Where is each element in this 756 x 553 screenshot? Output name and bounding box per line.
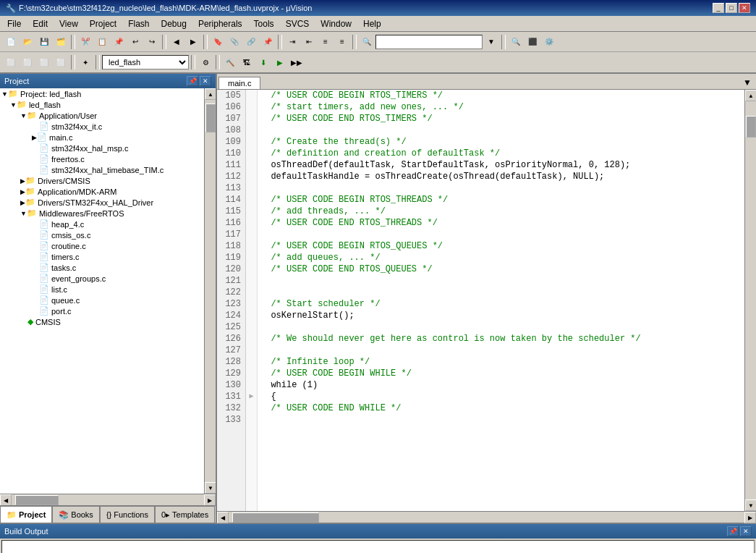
tree-item-appmdkarm[interactable]: ▶ 📁 Application/MDK-ARM — [0, 186, 204, 197]
bookmark4-button[interactable]: 📌 — [260, 34, 276, 50]
code-line[interactable]: defaultTaskHandle = osThreadCreate(osThr… — [260, 171, 742, 182]
panel-close-button[interactable]: ✕ — [200, 76, 211, 86]
code-line[interactable] — [260, 321, 742, 333]
cut-button[interactable]: ✂️ — [77, 34, 93, 50]
tb2-1[interactable]: ⬜ — [3, 54, 19, 70]
menu-help[interactable]: Help — [357, 17, 387, 30]
code-scroll-left[interactable]: ◀ — [217, 512, 229, 523]
new-button[interactable]: 📄 — [3, 34, 19, 50]
code-line[interactable] — [260, 414, 742, 426]
tree-item-timers[interactable]: 📄 timers.c — [0, 251, 204, 262]
menu-project[interactable]: Project — [84, 17, 122, 30]
code-line[interactable]: /* Infinite loop */ — [260, 356, 742, 368]
tab-templates[interactable]: 0▸ Templates — [155, 506, 215, 523]
code-line[interactable]: /* USER CODE BEGIN RTOS_QUEUES */ — [260, 240, 742, 252]
target-options-button[interactable]: ⚙ — [198, 54, 213, 70]
settings-button[interactable]: ⚙️ — [541, 34, 557, 50]
rebuild-button[interactable]: 🏗 — [239, 54, 255, 70]
code-line[interactable]: /* USER CODE END WHILE */ — [260, 402, 742, 414]
code-scroll-track-h[interactable] — [229, 512, 744, 523]
tree-item-file3[interactable]: 📄 stm32f4xx_hal_msp.c — [0, 143, 204, 153]
tree-item-drivercmsis[interactable]: ▶ 📁 Drivers/CMSIS — [0, 175, 204, 186]
code-line[interactable]: { — [260, 391, 742, 402]
indent2-button[interactable]: ≡ — [318, 34, 334, 50]
scroll-up-button[interactable]: ▲ — [205, 88, 216, 100]
bookmark2-button[interactable]: 📎 — [226, 34, 242, 50]
tree-item-file2[interactable]: ▶ 📄 main.c — [0, 132, 204, 143]
indent3-button[interactable]: ≡ — [334, 34, 350, 50]
bottom-close-button[interactable]: ✕ — [740, 526, 752, 536]
code-line[interactable]: osThreadDef(defaultTask, StartDefaultTas… — [260, 159, 742, 171]
code-line[interactable]: /* Create the thread(s) */ — [260, 136, 742, 148]
scroll-left-button[interactable]: ◀ — [0, 494, 12, 506]
code-line[interactable] — [260, 124, 742, 136]
tree-item-freertos[interactable]: ▼ 📁 Middlewares/FreeRTOS — [0, 208, 204, 219]
find-button[interactable]: 🔍 — [359, 34, 375, 50]
scroll-right-button[interactable]: ▶ — [204, 494, 216, 506]
code-line[interactable]: /* USER CODE END RTOS_THREADS */ — [260, 217, 742, 229]
open-button[interactable]: 📂 — [20, 34, 35, 50]
indent-button[interactable]: ⇥ — [284, 34, 300, 50]
code-scroll-down[interactable]: ▼ — [745, 499, 756, 511]
code-line[interactable] — [260, 275, 742, 287]
tree-item-project-root[interactable]: ▼ 📁 Project: led_flash — [0, 88, 204, 99]
code-line[interactable]: /* add queues, ... */ — [260, 252, 742, 263]
tree-item-file4[interactable]: 📄 freertos.c — [0, 153, 204, 164]
bookmark-button[interactable]: 🔖 — [210, 34, 226, 50]
maximize-button[interactable]: □ — [726, 3, 737, 13]
tree-item-cmsis[interactable]: ◆ CMSIS — [0, 316, 204, 327]
code-line[interactable]: while (1) — [260, 379, 742, 391]
code-thumb-v[interactable] — [746, 116, 756, 138]
code-tab-arrow[interactable]: ▼ — [740, 76, 755, 89]
tree-item-port[interactable]: 📄 port.c — [0, 305, 204, 316]
tree-item-tasks[interactable]: 📄 tasks.c — [0, 262, 204, 273]
fwd-button[interactable]: ▶ — [185, 34, 201, 50]
save-button[interactable]: 💾 — [36, 34, 52, 50]
menu-peripherals[interactable]: Peripherals — [192, 17, 248, 30]
scroll-thumb-v[interactable] — [205, 104, 216, 132]
code-thumb-h[interactable] — [232, 512, 319, 523]
bookmark3-button[interactable]: 🔗 — [243, 34, 259, 50]
code-hscrollbar[interactable]: ◀ ▶ — [217, 511, 756, 523]
code-line[interactable]: /* USER CODE BEGIN RTOS_THREADS */ — [260, 194, 742, 206]
run-button[interactable]: ▶▶ — [289, 54, 305, 70]
code-line[interactable]: /* USER CODE BEGIN WHILE */ — [260, 368, 742, 379]
scroll-track-v[interactable] — [205, 100, 216, 482]
debug-btn[interactable]: ▶ — [272, 54, 288, 70]
search-dropdown[interactable]: ▼ — [483, 34, 499, 50]
code-line[interactable]: /* We should never get here as control i… — [260, 333, 742, 345]
bookmark5-button[interactable]: ⬛ — [524, 34, 540, 50]
tree-item-file1[interactable]: 📄 stm32f4xx_it.c — [0, 121, 204, 132]
paste-button[interactable]: 📌 — [111, 34, 127, 50]
menu-tools[interactable]: Tools — [248, 17, 280, 30]
menu-debug[interactable]: Debug — [156, 17, 192, 30]
tree-item-cmsis-os[interactable]: 📄 cmsis_os.c — [0, 229, 204, 240]
scroll-track-h[interactable] — [12, 494, 204, 505]
download-button[interactable]: ⬇ — [255, 54, 271, 70]
tree-item-led-flash[interactable]: ▼ 📁 led_flash — [0, 99, 204, 110]
menu-view[interactable]: View — [54, 17, 84, 30]
tb2-2[interactable]: ⬜ — [20, 54, 35, 70]
menu-edit[interactable]: Edit — [27, 17, 54, 30]
code-line[interactable] — [260, 182, 742, 194]
code-vscrollbar[interactable]: ▲ ▼ — [744, 90, 756, 511]
tb2-3[interactable]: ⬜ — [36, 54, 52, 70]
tree-item-queue[interactable]: 📄 queue.c — [0, 295, 204, 305]
wand-button[interactable]: ✦ — [77, 54, 93, 70]
close-button[interactable]: ✕ — [739, 3, 750, 13]
tab-books[interactable]: 📚 Books — [52, 506, 100, 523]
tb2-4[interactable]: ⬜ — [53, 54, 69, 70]
redo-button[interactable]: ↪ — [144, 34, 160, 50]
code-line[interactable]: /* add threads, ... */ — [260, 206, 742, 217]
copy-button[interactable]: 📋 — [94, 34, 110, 50]
target-dropdown[interactable]: led_flash — [102, 55, 189, 69]
menu-svcs[interactable]: SVCS — [280, 17, 315, 30]
build-button[interactable]: 🔨 — [222, 54, 238, 70]
code-line[interactable] — [260, 345, 742, 356]
tree-item-eventgroups[interactable]: 📄 event_groups.c — [0, 273, 204, 284]
code-line[interactable]: /* USER CODE END RTOS_QUEUES */ — [260, 263, 742, 275]
project-hscrollbar[interactable]: ◀ ▶ — [0, 494, 216, 505]
code-line[interactable]: /* definition and creation of defaultTas… — [260, 148, 742, 159]
code-line[interactable]: /* Start scheduler */ — [260, 298, 742, 310]
code-line[interactable]: /* USER CODE END RTOS_TIMERS */ — [260, 113, 742, 124]
